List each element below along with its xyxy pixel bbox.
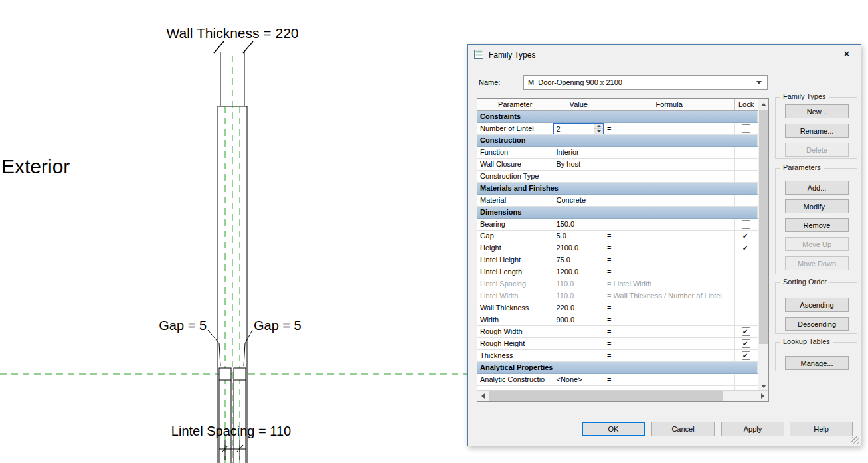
table-row[interactable]: Gap 5.0 =	[477, 231, 758, 242]
value-cell[interactable]	[553, 171, 604, 182]
value-cell[interactable]: 2	[553, 123, 604, 134]
vertical-scrollbar-thumb[interactable]	[759, 110, 768, 344]
spinner-arrows-icon[interactable]	[594, 124, 603, 134]
table-row[interactable]: Analytic Constructio <None> =	[477, 374, 758, 386]
table-row[interactable]: Number of Lintel 2 =	[477, 123, 758, 135]
formula-cell[interactable]: =	[604, 195, 735, 206]
lock-cell[interactable]	[735, 314, 758, 325]
value-cell[interactable]	[553, 338, 604, 349]
lock-checkbox[interactable]	[742, 351, 750, 360]
formula-cell[interactable]: =	[604, 338, 735, 349]
lock-checkbox[interactable]	[742, 327, 750, 336]
family-type-dropdown[interactable]: M_Door-Opening 900 x 2100	[523, 75, 768, 90]
number-of-lintel-spinner[interactable]: 2	[553, 123, 604, 134]
table-row[interactable]: Lintel Width 110.0 = Wall Thickness / Nu…	[477, 290, 758, 302]
formula-cell[interactable]: =	[604, 171, 735, 182]
lock-cell[interactable]	[735, 123, 758, 134]
value-cell[interactable]: Interior	[553, 147, 604, 158]
table-row[interactable]: Lintel Spacing 110.0 = Lintel Width	[477, 278, 758, 290]
formula-cell[interactable]: =	[604, 242, 735, 254]
formula-cell[interactable]: = Wall Thickness / Number of Lintel	[604, 290, 735, 302]
value-cell[interactable]	[553, 326, 604, 337]
dialog-titlebar[interactable]: Family Types ✕	[468, 45, 861, 64]
table-row[interactable]: Wall Closure By host =	[477, 159, 758, 171]
scroll-up-icon[interactable]	[758, 99, 768, 110]
lock-checkbox[interactable]	[742, 220, 750, 229]
table-row[interactable]: Rough Height =	[477, 338, 758, 350]
lock-cell[interactable]	[735, 302, 758, 314]
lock-cell[interactable]	[735, 219, 758, 230]
lock-cell[interactable]	[735, 266, 758, 278]
value-cell[interactable]: <None>	[553, 374, 604, 385]
value-cell[interactable]: 5.0	[553, 231, 604, 242]
lock-checkbox[interactable]	[742, 124, 750, 133]
table-row[interactable]: Function Interior =	[477, 147, 758, 159]
table-row[interactable]: Construction Type =	[477, 171, 758, 183]
formula-cell[interactable]: =	[604, 254, 735, 266]
formula-cell[interactable]: =	[604, 374, 735, 385]
spinner-value[interactable]: 2	[554, 124, 594, 134]
rename-button[interactable]: Rename...	[785, 124, 849, 138]
manage-button[interactable]: Manage...	[785, 356, 849, 370]
lock-cell[interactable]	[735, 350, 758, 361]
modify-button[interactable]: Modify...	[785, 199, 849, 213]
formula-cell[interactable]: =	[604, 314, 735, 325]
lock-checkbox[interactable]	[742, 268, 750, 276]
lock-cell[interactable]	[735, 338, 758, 349]
horizontal-scrollbar[interactable]	[477, 390, 768, 401]
table-row[interactable]: Thickness =	[477, 350, 758, 362]
lock-checkbox[interactable]	[742, 304, 750, 312]
value-cell[interactable]: 900.0	[553, 314, 604, 325]
table-row[interactable]: Width 900.0 =	[477, 314, 758, 326]
value-cell[interactable]: Concrete	[553, 195, 604, 206]
value-cell[interactable]: 75.0	[553, 254, 604, 266]
formula-cell[interactable]: =	[604, 231, 735, 242]
value-cell[interactable]: 150.0	[553, 219, 604, 230]
vertical-scrollbar[interactable]	[758, 99, 768, 391]
formula-cell[interactable]: =	[604, 123, 735, 134]
formula-cell[interactable]: =	[604, 147, 735, 158]
table-row[interactable]: Wall Thickness 220.0 =	[477, 302, 758, 314]
table-row[interactable]: Material Concrete =	[477, 195, 758, 207]
ok-button[interactable]: OK	[582, 422, 645, 436]
apply-button[interactable]: Apply	[721, 422, 784, 436]
lock-cell[interactable]	[735, 254, 758, 266]
table-row[interactable]: Height 2100.0 =	[477, 242, 758, 254]
formula-cell[interactable]: =	[604, 266, 735, 278]
descending-button[interactable]: Descending	[785, 317, 849, 331]
lock-checkbox[interactable]	[742, 256, 750, 264]
table-row[interactable]: Lintel Length 1200.0 =	[477, 266, 758, 278]
lock-cell[interactable]	[735, 326, 758, 337]
formula-cell[interactable]: =	[604, 159, 735, 170]
value-cell[interactable]	[553, 350, 604, 361]
scroll-left-icon[interactable]	[477, 391, 489, 401]
lock-cell[interactable]	[735, 242, 758, 254]
ascending-button[interactable]: Ascending	[785, 298, 849, 312]
horizontal-scrollbar-thumb[interactable]	[489, 391, 723, 401]
value-cell[interactable]: 220.0	[553, 302, 604, 314]
value-cell[interactable]: By host	[553, 159, 604, 170]
lock-checkbox[interactable]	[742, 339, 750, 348]
lock-checkbox[interactable]	[742, 232, 750, 240]
cancel-button[interactable]: Cancel	[651, 422, 715, 436]
lock-checkbox[interactable]	[742, 244, 750, 252]
new-button[interactable]: New...	[785, 104, 849, 118]
add-button[interactable]: Add...	[785, 181, 849, 195]
table-row[interactable]: Rough Width =	[477, 326, 758, 338]
value-cell[interactable]: 2100.0	[553, 242, 604, 254]
table-row[interactable]: Lintel Height 75.0 =	[477, 254, 758, 266]
value-cell[interactable]: 1200.0	[553, 266, 604, 278]
formula-cell[interactable]: =	[604, 350, 735, 361]
lock-checkbox[interactable]	[742, 316, 750, 324]
formula-cell[interactable]: = Lintel Width	[604, 278, 735, 290]
formula-cell[interactable]: =	[604, 219, 735, 230]
formula-cell[interactable]: =	[604, 326, 735, 337]
formula-cell[interactable]: =	[604, 302, 735, 314]
help-button[interactable]: Help	[790, 422, 853, 436]
resize-grip-icon[interactable]	[851, 436, 859, 444]
close-icon[interactable]: ✕	[837, 47, 857, 61]
scroll-right-icon[interactable]	[757, 391, 768, 401]
table-row[interactable]: Bearing 150.0 =	[477, 219, 758, 231]
lock-cell[interactable]	[735, 231, 758, 242]
remove-button[interactable]: Remove	[785, 218, 849, 232]
